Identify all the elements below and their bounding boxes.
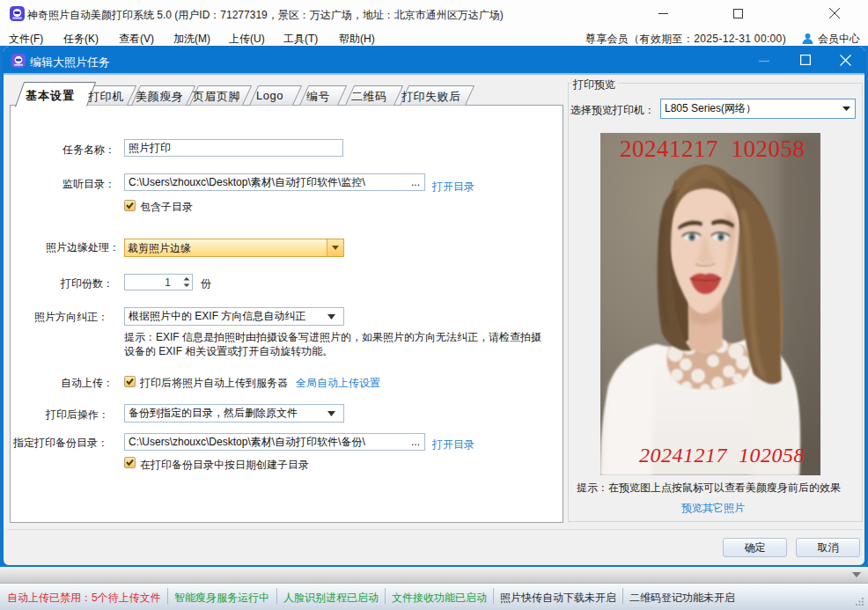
- svg-text:20241217 102058: 20241217 102058: [620, 136, 805, 162]
- svg-text:20241217 102058: 20241217 102058: [639, 444, 805, 467]
